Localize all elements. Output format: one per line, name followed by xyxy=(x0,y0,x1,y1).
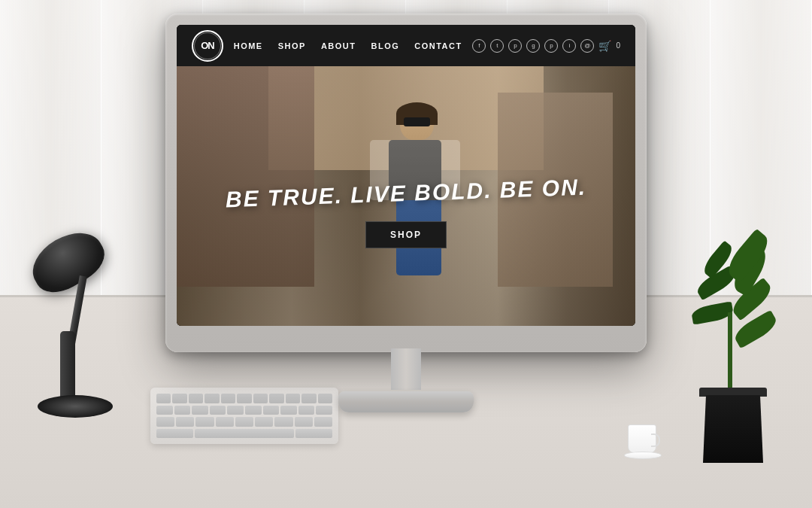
key xyxy=(295,429,332,439)
site-logo[interactable]: ON xyxy=(192,30,223,62)
monitor-screen-bezel: ON HOME SHOP ABOUT BLOG CONTACT f xyxy=(177,25,635,326)
monitor-foot xyxy=(338,391,474,412)
nav-home[interactable]: HOME xyxy=(234,41,263,50)
key xyxy=(176,417,194,427)
key-row xyxy=(156,429,332,439)
desk-lamp xyxy=(23,207,143,418)
monitor-outer-frame: ON HOME SHOP ABOUT BLOG CONTACT f xyxy=(165,14,647,352)
twitter-icon[interactable]: t xyxy=(490,39,504,53)
person-sunglasses xyxy=(404,117,430,126)
hero-cta-button[interactable]: SHOP xyxy=(365,221,447,248)
nav-about[interactable]: ABOUT xyxy=(321,41,356,50)
nav-shop[interactable]: SHOP xyxy=(278,41,306,50)
room-background: ON HOME SHOP ABOUT BLOG CONTACT f xyxy=(0,0,812,508)
hero-overlay: BE TRUE. LIVE BOLD. BE ON. SHOP xyxy=(177,181,635,248)
coffee-cup xyxy=(624,418,662,459)
cart-icon[interactable]: 🛒 xyxy=(598,40,611,52)
nav-contact[interactable]: CONTACT xyxy=(414,41,462,50)
pinterest2-icon[interactable]: p xyxy=(544,39,558,53)
lamp-base xyxy=(38,395,113,418)
key xyxy=(216,417,234,427)
plant-stem xyxy=(728,312,732,388)
site-nav: HOME SHOP ABOUT BLOG CONTACT xyxy=(234,41,462,50)
plant-leaves xyxy=(692,245,774,365)
monitor-neck xyxy=(391,348,421,390)
key-row xyxy=(156,417,332,427)
hero-building-left xyxy=(177,66,314,287)
pinterest-icon[interactable]: p xyxy=(508,39,522,53)
person-head xyxy=(400,102,434,140)
email-icon[interactable]: @ xyxy=(580,39,594,53)
key xyxy=(195,417,214,427)
cart-count: 0 xyxy=(616,41,620,50)
plant-pot xyxy=(703,395,763,463)
hero-section: BE TRUE. LIVE BOLD. BE ON. SHOP xyxy=(177,66,635,326)
logo-inner: ON xyxy=(194,32,221,59)
key xyxy=(195,429,293,439)
website-content: ON HOME SHOP ABOUT BLOG CONTACT f xyxy=(177,25,635,326)
nav-blog[interactable]: BLOG xyxy=(371,41,399,50)
site-header: ON HOME SHOP ABOUT BLOG CONTACT f xyxy=(177,25,635,66)
key xyxy=(235,417,253,427)
key xyxy=(156,429,193,439)
key xyxy=(255,417,273,427)
lamp-head xyxy=(23,221,112,301)
facebook-icon[interactable]: f xyxy=(472,39,486,53)
key xyxy=(314,417,332,427)
key xyxy=(274,417,292,427)
instagram-icon[interactable]: i xyxy=(562,39,576,53)
key xyxy=(295,417,313,427)
logo-text: ON xyxy=(201,40,214,51)
key xyxy=(156,417,174,427)
monitor: ON HOME SHOP ABOUT BLOG CONTACT f xyxy=(165,14,647,412)
cup-handle xyxy=(651,433,660,447)
cup-saucer xyxy=(624,452,662,459)
site-icons: f t p g p i @ 🛒 0 xyxy=(472,39,620,53)
plant xyxy=(684,252,782,463)
google-plus-icon[interactable]: g xyxy=(526,39,540,53)
